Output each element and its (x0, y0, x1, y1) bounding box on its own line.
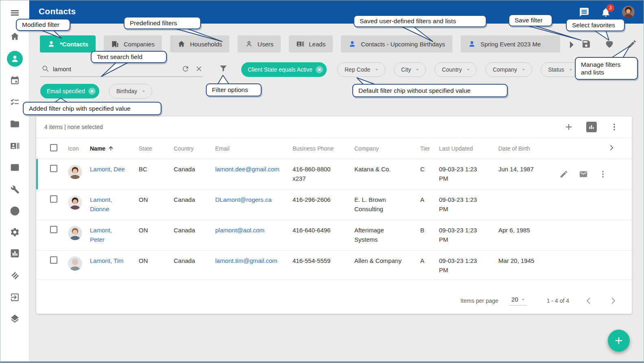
contact-row[interactable]: Lamont, Peter ON Canada plamont@aol.com … (36, 220, 632, 251)
sidebar-item-contacts[interactable] (7, 51, 23, 67)
filter-chip-birthday[interactable]: Birthday (109, 84, 152, 98)
add-column-icon[interactable] (563, 122, 574, 132)
contact-email-link[interactable]: plamont@aol.com (215, 226, 293, 235)
refresh-icon[interactable] (181, 65, 190, 73)
user-avatar[interactable] (622, 6, 635, 18)
filter-chip-rep-code[interactable]: Rep Code (337, 62, 385, 77)
cell-country: Canada (174, 226, 215, 235)
favorites-heart-icon[interactable] (605, 39, 614, 49)
chart-view-icon[interactable] (586, 122, 597, 132)
remove-filter-icon[interactable]: ✕ (88, 87, 96, 95)
filter-chip-city[interactable]: City (394, 62, 426, 77)
row-checkbox[interactable] (50, 195, 57, 203)
row-checkbox[interactable] (50, 256, 57, 264)
column-header-business-phone[interactable]: Business Phone (293, 145, 354, 152)
sort-ascending-icon (108, 145, 114, 151)
items-per-page-label: Items per page (461, 297, 498, 304)
save-filter-icon[interactable] (581, 39, 591, 49)
column-header-company[interactable]: Company (354, 145, 420, 152)
column-header-tier[interactable]: Tier (420, 145, 439, 152)
tab-contacts[interactable]: *Contacts (40, 35, 96, 52)
filter-options-icon[interactable] (218, 64, 228, 74)
sidebar-item-handshake[interactable] (10, 270, 20, 280)
cell-country: Canada (174, 195, 215, 205)
column-header-state[interactable]: State (139, 145, 174, 152)
sidebar-item-billing[interactable]: $ (10, 162, 20, 173)
callout-default-filter-chip: Default filter chip without specified va… (352, 84, 508, 97)
tab-companies[interactable]: Companies (104, 35, 162, 52)
contact-name-link[interactable]: Lamont, Peter (90, 226, 139, 244)
clear-search-icon[interactable] (195, 65, 203, 73)
row-more-options-icon[interactable] (598, 170, 607, 179)
cell-date-of-birth: Apr 6, 1985 (498, 226, 559, 235)
chat-icon[interactable] (579, 7, 589, 17)
contact-email-link[interactable]: lamont.dee@gmail.com (215, 165, 293, 174)
contact-email-link[interactable]: DLamont@rogers.ca (215, 195, 293, 205)
search-field (40, 61, 203, 77)
tabs-scroll-next-icon[interactable] (566, 40, 576, 50)
items-per-page-select[interactable]: 20 (509, 296, 527, 306)
column-header-icon[interactable]: Icon (68, 145, 90, 152)
edit-contact-icon[interactable] (559, 170, 568, 179)
contact-name-link[interactable]: Lamont, Tim (90, 256, 139, 266)
cell-state: ON (139, 226, 174, 235)
previous-page-icon[interactable] (584, 296, 594, 306)
column-header-date-of-birth[interactable]: Date of Birth (498, 145, 559, 152)
sidebar-item-home[interactable] (10, 31, 20, 42)
sidebar-item-layers[interactable] (10, 314, 20, 324)
column-header-email[interactable]: Email (215, 145, 293, 152)
tab-contacts-upcoming-birthdays[interactable]: Contacts - Upcoming Birthdays (341, 35, 452, 52)
filter-chip-country[interactable]: Country (434, 62, 477, 77)
row-checkbox[interactable] (50, 226, 57, 233)
cell-phone: 416-296-2606 (293, 195, 354, 205)
sidebar-item-settings-gear[interactable] (10, 227, 20, 237)
cell-last-updated: 09-03-23 1:23 PM (439, 195, 498, 214)
sidebar-item-favorites-star[interactable] (10, 206, 20, 216)
column-header-last-updated[interactable]: Last Updated (439, 145, 498, 152)
sidebar-item-leads[interactable] (10, 141, 20, 151)
contact-email-link[interactable]: lamont.tim@gmail.com (215, 256, 293, 266)
filter-chip-company[interactable]: Company (485, 62, 532, 77)
contact-name-link[interactable]: Lamont, Dee (90, 165, 139, 174)
sidebar-item-documents-folder[interactable] (10, 119, 20, 129)
next-page-icon[interactable] (608, 296, 618, 306)
contact-avatar (68, 165, 82, 179)
send-email-icon[interactable] (579, 170, 588, 179)
sidebar-item-tasks[interactable] (10, 97, 20, 107)
select-all-checkbox[interactable] (50, 144, 57, 151)
tab-households[interactable]: Households (170, 35, 229, 52)
contact-row[interactable]: Lamont, Dee BC Canada lamont.dee@gmail.c… (36, 159, 632, 190)
search-input[interactable] (53, 63, 175, 74)
tab-users[interactable]: Users (238, 35, 281, 52)
table-toolbar: 4 items | none selected (36, 116, 632, 138)
manage-filters-pencil-icon[interactable] (627, 39, 637, 49)
column-header-country[interactable]: Country (174, 145, 215, 152)
row-checkbox[interactable] (50, 165, 57, 172)
sidebar-item-reports-chart[interactable] (10, 248, 20, 258)
tab-leads[interactable]: Leads (289, 35, 333, 52)
callout-added-filter-chip: Added filter chip with specified value (23, 102, 162, 115)
cell-date-of-birth: Jun 14, 1987 (498, 165, 559, 174)
sidebar-item-calendar[interactable] (10, 75, 20, 85)
default-filter-chips: Rep Code City Country Company Status (337, 62, 579, 77)
filter-chip-status[interactable]: Status (541, 62, 579, 77)
column-header-name[interactable]: Name (90, 145, 139, 152)
filter-chip-email-specified[interactable]: Email specified ✕ (40, 84, 99, 98)
cell-date-of-birth: Mar 20, 1945 (498, 256, 559, 266)
add-contact-fab[interactable] (608, 330, 630, 352)
remove-filter-icon[interactable]: ✕ (316, 66, 323, 73)
chevron-down-icon (140, 88, 147, 94)
sidebar-item-exit[interactable] (10, 292, 20, 302)
sidebar-item-tools-wrench[interactable] (10, 184, 20, 195)
contact-row[interactable]: Lamont, Tim ON Canada lamont.tim@gmail.c… (36, 251, 632, 280)
menu-icon[interactable] (10, 8, 20, 18)
filter-chip-client-state[interactable]: Client State equals Active ✕ (241, 62, 327, 77)
tab-spring-event-2023[interactable]: Spring Event 2023 Me (461, 35, 560, 52)
cell-company: Katana & Co. (354, 165, 420, 174)
table-more-options-icon[interactable] (609, 122, 620, 132)
callout-text-search-field: Text search field (91, 51, 167, 63)
notifications-bell-icon[interactable]: 3 (600, 7, 611, 17)
more-columns-icon[interactable] (607, 144, 624, 153)
contact-row[interactable]: Lamont, Dionne ON Canada DLamont@rogers.… (36, 190, 632, 220)
contact-name-link[interactable]: Lamont, Dionne (90, 195, 139, 214)
